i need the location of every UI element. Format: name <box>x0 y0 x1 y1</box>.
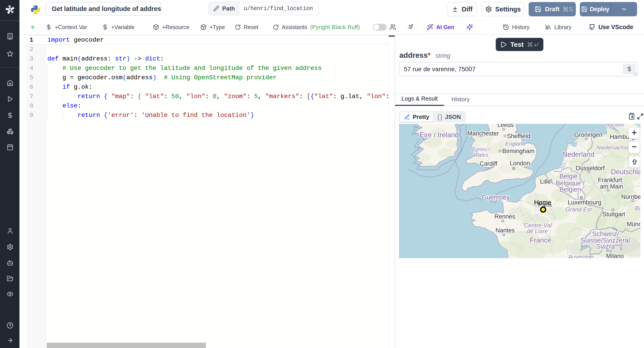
svg-text:Ba: Ba <box>635 205 640 212</box>
svg-text:België /: België / <box>560 173 582 180</box>
svg-text:Cardiff: Cardiff <box>480 160 498 167</box>
svg-text:de Loire: de Loire <box>527 228 548 235</box>
svg-text:Groningen: Groningen <box>574 131 602 138</box>
svg-text:Deutschland: Deutschland <box>611 168 640 176</box>
svg-text:Auvergne-: Auvergne- <box>568 254 595 258</box>
svg-text:am Main: am Main <box>600 183 623 190</box>
svg-text:Belgien: Belgien <box>560 186 581 193</box>
svg-text:Home: Home <box>534 199 551 206</box>
svg-text:Nürnber: Nürnber <box>621 194 640 200</box>
svg-text:Stuttgart: Stuttgart <box>602 211 626 218</box>
svg-text:France: France <box>530 236 551 244</box>
svg-text:Düsseldorf: Düsseldorf <box>576 165 605 171</box>
svg-text:Guernsey: Guernsey <box>482 194 510 201</box>
svg-text:Lille: Lille <box>540 178 551 185</box>
svg-text:London: London <box>510 160 530 166</box>
svg-text:Cymru /: Cymru / <box>471 146 490 152</box>
svg-text:Nantes: Nantes <box>496 227 515 234</box>
svg-text:Birmingham: Birmingham <box>502 148 534 154</box>
svg-text:Sheffield: Sheffield <box>507 133 530 139</box>
svg-text:Müncl: Müncl <box>627 221 640 228</box>
svg-text:Svizra: Svizra <box>596 243 615 250</box>
svg-text:Frankfurt: Frankfurt <box>598 177 622 184</box>
svg-text:Éire / Ireland: Éire / Ireland <box>420 131 459 139</box>
svg-text:Leeds: Leeds <box>497 124 514 128</box>
svg-text:Holstein: Holstein <box>606 124 624 128</box>
svg-text:Luxembourg: Luxembourg <box>568 199 601 206</box>
svg-text:Milano: Milano <box>606 253 624 258</box>
svg-text:Rennes: Rennes <box>494 213 515 220</box>
svg-text:Manchester: Manchester <box>467 130 499 137</box>
svg-text:England: England <box>505 141 525 147</box>
svg-text:Niedersachsen: Niedersachsen <box>596 144 632 150</box>
svg-text:Grand Est: Grand Est <box>565 206 592 213</box>
svg-text:Nederland: Nederland <box>562 150 594 158</box>
svg-text:Wales: Wales <box>474 152 488 158</box>
